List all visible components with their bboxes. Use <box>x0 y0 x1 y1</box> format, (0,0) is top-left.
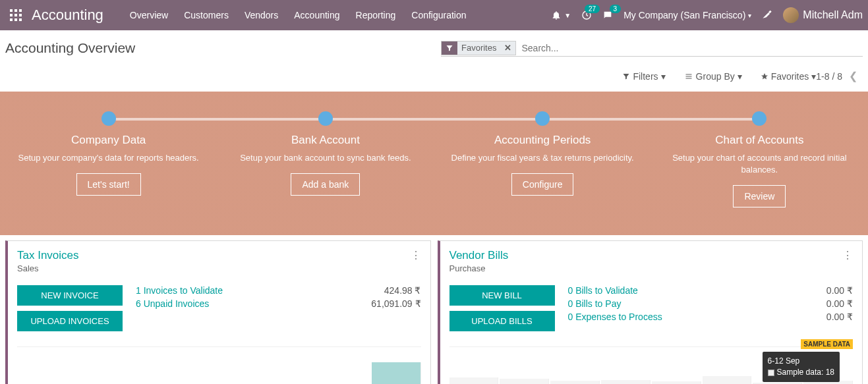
nav-customers[interactable]: Customers <box>184 10 229 20</box>
stat-amount: 61,091.09 ₹ <box>371 298 420 309</box>
filters-label: Filters <box>633 71 658 82</box>
step-title: Accounting Periods <box>450 134 635 147</box>
page-title: Accounting Overview <box>5 40 135 56</box>
stat-link[interactable]: 1 Invoices to Validate <box>136 285 223 296</box>
card-menu-icon[interactable]: ⋮ <box>411 249 421 273</box>
step-line <box>109 118 760 121</box>
facet-label: Favorites <box>457 43 500 53</box>
avatar <box>783 7 799 23</box>
stat-link[interactable]: 6 Unpaid Invoices <box>136 298 209 309</box>
facet-close-icon[interactable]: ✕ <box>500 43 515 53</box>
svg-rect-2 <box>19 9 22 12</box>
nav-reporting[interactable]: Reporting <box>356 10 396 20</box>
journal-card-vendor: Vendor Bills Purchase ⋮ NEW BILL UPLOAD … <box>438 240 863 384</box>
groupby-dropdown[interactable]: Group By ▾ <box>684 71 742 82</box>
caret-down-icon: ▾ <box>748 12 751 19</box>
mini-chart: SAMPLE DATA 6-12 Sep Sample data: 18 <box>449 346 854 384</box>
tooltip-date: 6-12 Sep <box>768 356 834 367</box>
card-subtitle: Sales <box>17 263 79 273</box>
journal-card-tax: Tax Invoices Sales ⋮ NEW INVOICE UPLOAD … <box>5 240 431 384</box>
svg-rect-6 <box>10 18 13 21</box>
stat-link[interactable]: 0 Bills to Pay <box>568 298 622 309</box>
upload-bills-button[interactable]: UPLOAD BILLS <box>449 311 555 331</box>
step-coa-button[interactable]: Review <box>733 185 786 207</box>
step-desc: Setup your company's data for reports he… <box>16 152 201 164</box>
svg-rect-0 <box>10 9 13 12</box>
new-bill-button[interactable]: NEW BILL <box>449 285 555 306</box>
step-dot <box>101 111 116 126</box>
step-dot <box>752 111 767 126</box>
upload-invoices-button[interactable]: UPLOAD INVOICES <box>17 311 123 331</box>
step-desc: Setup your chart of accounts and record … <box>667 152 852 176</box>
new-invoice-button[interactable]: NEW INVOICE <box>17 285 123 306</box>
favorites-dropdown[interactable]: Favorites ▾ <box>761 71 817 82</box>
card-subtitle: Purchase <box>449 263 509 273</box>
step-desc: Define your fiscal years & tax returns p… <box>450 152 635 164</box>
pager-range[interactable]: 1-8 / 8 <box>816 71 842 82</box>
company-switcher[interactable]: My Company (San Francisco) ▾ <box>623 10 751 20</box>
step-title: Company Data <box>16 134 201 147</box>
mini-chart <box>17 346 421 384</box>
nav-accounting[interactable]: Accounting <box>294 10 339 20</box>
svg-rect-5 <box>19 14 22 16</box>
caret-down-icon: ▾ <box>661 71 666 82</box>
favorites-label: Favorites <box>771 71 809 82</box>
caret-down-icon: ▼ <box>564 12 571 19</box>
chart-tooltip: 6-12 Sep Sample data: 18 <box>763 352 840 382</box>
stat-amount: 0.00 ₹ <box>826 312 853 322</box>
company-name: My Company (San Francisco) <box>623 10 745 20</box>
card-title[interactable]: Vendor Bills <box>449 249 509 262</box>
onboarding-banner: Company Data Setup your company's data f… <box>0 92 868 235</box>
caret-down-icon: ▾ <box>811 71 816 82</box>
stat-link[interactable]: 0 Bills to Validate <box>568 285 638 296</box>
nav-overview[interactable]: Overview <box>130 10 168 20</box>
step-bank-button[interactable]: Add a bank <box>291 173 360 196</box>
step-title: Chart of Accounts <box>667 134 852 147</box>
user-name: Mitchell Adm <box>803 9 863 21</box>
stat-amount: 0.00 ₹ <box>826 285 853 296</box>
tooltip-label: Sample data: 18 <box>777 368 834 377</box>
app-brand[interactable]: Accounting <box>32 7 103 24</box>
step-desc: Setup your bank account to sync bank fee… <box>233 152 418 164</box>
step-dot <box>535 111 550 126</box>
nav-vendors[interactable]: Vendors <box>245 10 278 20</box>
stat-link[interactable]: 0 Expenses to Process <box>568 312 662 322</box>
chat-badge: 3 <box>610 5 622 13</box>
step-title: Bank Account <box>233 134 418 147</box>
svg-rect-1 <box>14 9 17 12</box>
sample-data-badge: SAMPLE DATA <box>801 339 853 349</box>
activity-badge: 27 <box>585 5 600 13</box>
svg-rect-3 <box>10 14 13 16</box>
notifications-button[interactable]: ▼ <box>551 10 571 20</box>
search-facet[interactable]: Favorites ✕ <box>441 41 516 55</box>
step-dot <box>318 111 333 126</box>
messages-button[interactable]: 3 <box>602 10 613 20</box>
card-title[interactable]: Tax Invoices <box>17 249 79 262</box>
caret-down-icon: ▾ <box>738 71 742 82</box>
stat-amount: 0.00 ₹ <box>826 298 853 309</box>
nav-configuration[interactable]: Configuration <box>411 10 466 20</box>
card-menu-icon[interactable]: ⋮ <box>842 249 853 273</box>
search-input[interactable] <box>519 40 863 56</box>
filter-icon <box>442 41 457 55</box>
svg-rect-8 <box>19 18 22 21</box>
step-periods-button[interactable]: Configure <box>511 173 574 196</box>
activities-button[interactable]: 27 <box>581 10 592 20</box>
debug-icon[interactable] <box>762 9 772 22</box>
pager-prev-icon[interactable]: ❮ <box>849 70 857 82</box>
svg-rect-4 <box>14 14 17 16</box>
apps-icon[interactable] <box>5 5 26 26</box>
groupby-label: Group By <box>696 71 735 82</box>
stat-amount: 424.98 ₹ <box>384 285 421 296</box>
svg-rect-7 <box>14 18 17 21</box>
filters-dropdown[interactable]: Filters ▾ <box>622 71 665 82</box>
step-company-button[interactable]: Let's start! <box>76 173 141 196</box>
user-menu[interactable]: Mitchell Adm <box>783 7 863 23</box>
